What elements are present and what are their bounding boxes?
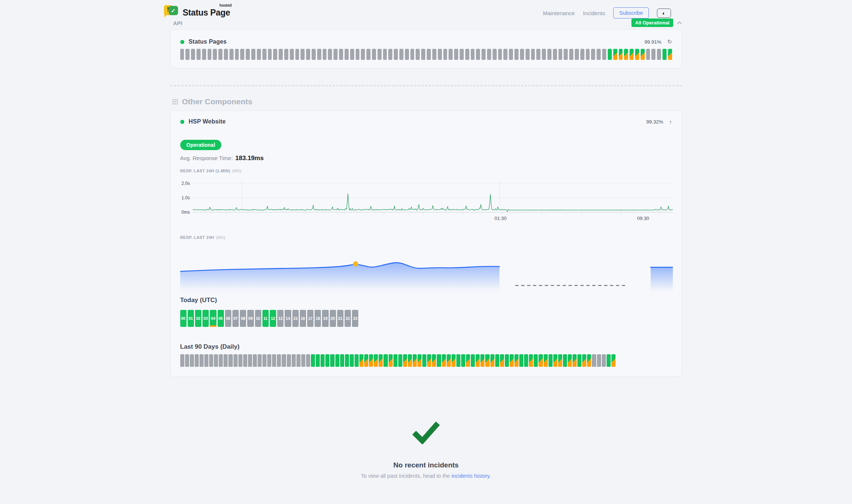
uptime-bar[interactable]: [487, 49, 491, 60]
uptime-bar[interactable]: [214, 354, 218, 367]
uptime-bar[interactable]: [569, 49, 573, 60]
uptime-bar[interactable]: [190, 354, 194, 367]
uptime-bar[interactable]: [355, 354, 359, 367]
uptime-bar[interactable]: [191, 49, 195, 60]
chart-marker-dot[interactable]: [353, 261, 358, 267]
uptime-bar[interactable]: [378, 49, 382, 60]
uptime-bar[interactable]: [340, 354, 344, 367]
uptime-bar[interactable]: [580, 49, 584, 60]
uptime-bar[interactable]: [592, 354, 596, 367]
theme-toggle-button[interactable]: ◐: [657, 9, 671, 18]
uptime-bar[interactable]: [460, 49, 464, 60]
uptime-bar[interactable]: [208, 49, 212, 60]
uptime-bar[interactable]: [405, 49, 409, 60]
uptime-bar[interactable]: [422, 354, 426, 367]
uptime-bar[interactable]: [218, 49, 222, 60]
uptime-bar[interactable]: [284, 49, 288, 60]
uptime-bar[interactable]: [268, 49, 272, 60]
uptime-bar[interactable]: [529, 354, 533, 367]
uptime-bar[interactable]: [442, 354, 446, 367]
uptime-bar[interactable]: [258, 354, 262, 367]
uptime-bar[interactable]: [520, 49, 524, 60]
uptime-bar[interactable]: [524, 354, 528, 367]
uptime-bar[interactable]: [235, 49, 239, 60]
uptime-bar[interactable]: [413, 354, 417, 367]
overall-status-badge[interactable]: All Operational: [631, 18, 673, 27]
uptime-bar[interactable]: [204, 354, 208, 367]
uptime-bar[interactable]: [262, 49, 266, 60]
uptime-bar[interactable]: [350, 354, 354, 367]
uptime-bar[interactable]: [243, 354, 247, 367]
hour-block-04[interactable]: 04: [210, 310, 216, 327]
uptime-bar[interactable]: [509, 49, 513, 60]
uptime-bar[interactable]: [311, 354, 315, 367]
uptime-bar[interactable]: [224, 354, 228, 367]
uptime-bar[interactable]: [619, 49, 623, 60]
uptime-bar[interactable]: [657, 49, 661, 60]
uptime-bar[interactable]: [432, 49, 436, 60]
uptime-bar[interactable]: [461, 354, 465, 367]
uptime-bar[interactable]: [301, 354, 305, 367]
hour-block-05[interactable]: 05: [218, 310, 224, 327]
hour-block-22[interactable]: 22: [345, 310, 351, 327]
uptime-bar[interactable]: [197, 49, 201, 60]
uptime-bar[interactable]: [577, 354, 581, 367]
uptime-bar[interactable]: [389, 354, 393, 367]
uptime-bar[interactable]: [526, 49, 530, 60]
uptime-bar[interactable]: [213, 49, 217, 60]
uptime-bar[interactable]: [549, 354, 553, 367]
hour-block-07[interactable]: 07: [232, 310, 239, 327]
uptime-bar[interactable]: [454, 49, 458, 60]
nav-incidents[interactable]: Incidents: [583, 10, 605, 16]
uptime-bar[interactable]: [668, 49, 672, 60]
uptime-bar[interactable]: [199, 354, 204, 367]
uptime-bar[interactable]: [321, 354, 325, 367]
uptime-bar[interactable]: [234, 354, 238, 367]
uptime-bar[interactable]: [345, 354, 349, 367]
uptime-bar[interactable]: [476, 354, 480, 367]
uptime-bar[interactable]: [564, 49, 568, 60]
uptime-bar[interactable]: [476, 49, 480, 60]
uptime-bar[interactable]: [335, 354, 339, 367]
uptime-bar[interactable]: [443, 49, 447, 60]
uptime-bar[interactable]: [366, 49, 370, 60]
uptime-bar[interactable]: [350, 49, 354, 60]
uptime-bar[interactable]: [553, 354, 557, 367]
uptime-bar[interactable]: [471, 354, 475, 367]
uptime-bar[interactable]: [635, 49, 639, 60]
uptime-bar[interactable]: [495, 354, 499, 367]
uptime-bar[interactable]: [452, 354, 456, 367]
uptime-bar[interactable]: [306, 49, 310, 60]
uptime-bar[interactable]: [317, 49, 321, 60]
uptime-bar[interactable]: [539, 354, 543, 367]
uptime-bar[interactable]: [296, 354, 301, 367]
uptime-bar[interactable]: [399, 49, 403, 60]
uptime-bar[interactable]: [416, 49, 420, 60]
uptime-bar[interactable]: [427, 354, 431, 367]
uptime-bar[interactable]: [282, 354, 286, 367]
uptime-bar[interactable]: [333, 49, 338, 60]
uptime-bar[interactable]: [421, 49, 425, 60]
uptime-bar[interactable]: [456, 354, 460, 367]
uptime-bar[interactable]: [480, 354, 484, 367]
uptime-bar[interactable]: [602, 49, 606, 60]
hour-block-21[interactable]: 21: [337, 310, 343, 327]
uptime-bar[interactable]: [393, 354, 398, 367]
hour-block-16[interactable]: 16: [300, 310, 306, 327]
uptime-bar[interactable]: [417, 354, 422, 367]
uptime-bar[interactable]: [608, 49, 612, 60]
uptime-bar[interactable]: [519, 354, 523, 367]
uptime-bar[interactable]: [531, 49, 535, 60]
uptime-bar[interactable]: [345, 49, 349, 60]
arrow-up-icon[interactable]: ↑: [669, 119, 672, 125]
uptime-bar[interactable]: [369, 354, 373, 367]
uptime-bar[interactable]: [490, 354, 494, 367]
uptime-bar[interactable]: [542, 49, 546, 60]
subscribe-button[interactable]: Subscribe: [613, 7, 649, 18]
uptime-bar[interactable]: [325, 354, 329, 367]
uptime-bar[interactable]: [547, 49, 551, 60]
uptime-bar[interactable]: [493, 49, 497, 60]
uptime-bar[interactable]: [559, 49, 563, 60]
chevron-up-icon[interactable]: [677, 21, 682, 25]
uptime-bar[interactable]: [403, 354, 407, 367]
